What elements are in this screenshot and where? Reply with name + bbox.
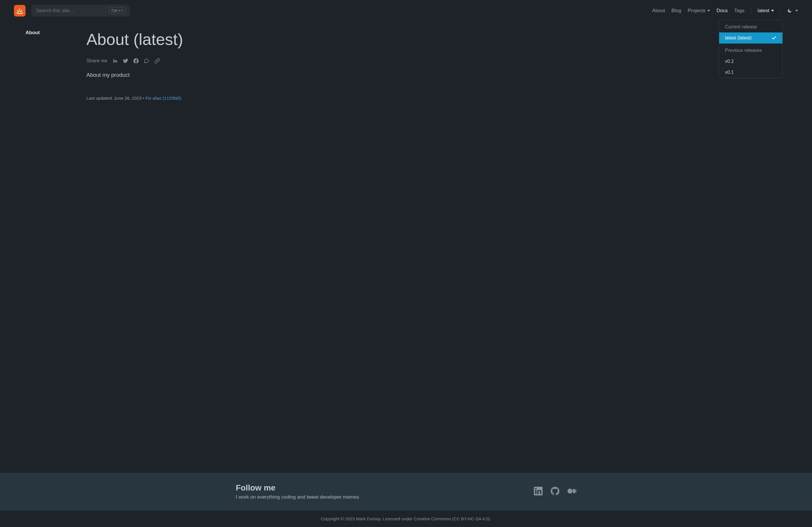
page-title: About (latest)	[86, 30, 347, 49]
nav-about[interactable]: About	[652, 8, 665, 14]
share-twitter[interactable]	[123, 58, 128, 63]
dropdown-item-v02[interactable]: v0.2	[719, 56, 782, 67]
search-input-wrap[interactable]: Ctrl + /	[31, 5, 130, 16]
whatsapp-icon	[144, 58, 149, 63]
github-icon	[551, 487, 560, 495]
svg-line-1	[17, 10, 18, 11]
body-text: About my product	[86, 72, 347, 78]
share-linkedin[interactable]	[113, 58, 118, 63]
meta-prefix: Last updated: June 26, 2023 •	[86, 95, 146, 101]
facebook-icon	[133, 58, 139, 63]
dropdown-prev-header: Previous releases	[719, 44, 782, 56]
dropdown-item-latest[interactable]: latest (latest)	[719, 32, 782, 43]
link-icon	[154, 58, 160, 64]
dropdown-item-label: latest (latest)	[725, 35, 752, 41]
nav-docs[interactable]: Docs	[716, 8, 728, 14]
copyright: Copyright © 2023 Mark Dumay. Licensed un…	[0, 511, 812, 527]
nav-projects[interactable]: Projects	[687, 8, 710, 14]
share-link[interactable]	[154, 58, 160, 64]
nav-tags[interactable]: Tags	[734, 8, 744, 14]
theme-toggle[interactable]	[787, 8, 798, 13]
share-label: Share via	[86, 58, 107, 64]
linkedin-icon	[534, 487, 542, 495]
medium-icon	[567, 487, 576, 495]
follow-linkedin[interactable]	[534, 487, 542, 497]
meta-line: Last updated: June 26, 2023 • Fix alias …	[86, 95, 347, 101]
follow-title: Follow me	[236, 483, 359, 493]
svg-line-4	[21, 10, 22, 11]
nav-blog[interactable]: Blog	[671, 8, 681, 14]
nav-version[interactable]: latest	[757, 8, 774, 14]
dropdown-item-v01[interactable]: v0.1	[719, 67, 782, 78]
sunset-icon	[16, 7, 23, 14]
meta-link[interactable]: Fix alias (1129fa5)	[146, 95, 181, 101]
nav-projects-label: Projects	[687, 8, 705, 14]
caret-down-icon	[795, 10, 798, 12]
share-facebook[interactable]	[133, 58, 139, 63]
check-icon	[771, 35, 777, 41]
share-whatsapp[interactable]	[144, 58, 149, 63]
caret-down-icon	[707, 10, 710, 12]
nav-divider	[780, 7, 781, 14]
search-input[interactable]	[36, 8, 109, 14]
twitter-icon	[123, 58, 128, 63]
caret-down-icon	[771, 10, 774, 12]
dropdown-current-header: Current release	[719, 20, 782, 32]
nav-divider	[751, 7, 751, 14]
sidebar-item-about[interactable]: About	[26, 30, 75, 36]
site-logo[interactable]	[14, 5, 26, 16]
moon-icon	[787, 8, 792, 13]
follow-sub: I work on everything coding and tweet de…	[236, 494, 359, 500]
version-dropdown: Current release latest (latest) Previous…	[719, 20, 783, 78]
follow-github[interactable]	[551, 487, 560, 497]
search-shortcut: Ctrl + /	[109, 7, 125, 14]
nav-version-label: latest	[757, 8, 769, 14]
follow-medium[interactable]	[567, 487, 576, 497]
linkedin-icon	[113, 58, 118, 63]
